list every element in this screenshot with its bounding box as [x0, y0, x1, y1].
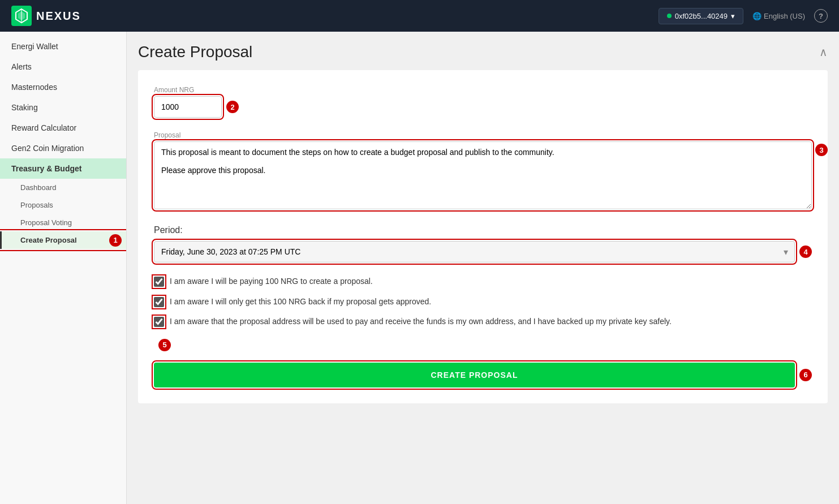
- sidebar-item-masternodes[interactable]: Masternodes: [0, 77, 126, 97]
- wallet-chevron-icon: ▾: [731, 12, 735, 20]
- sidebar-section-treasury[interactable]: Treasury & Budget: [0, 158, 126, 179]
- proposal-field-wrapper: Proposal This proposal is meant to docum…: [154, 131, 812, 212]
- sidebar-item-energi-wallet[interactable]: Energi Wallet: [0, 36, 126, 57]
- header: NEXUS 0xf02b5...40249 ▾ 🌐 English (US) ?: [0, 0, 839, 32]
- create-proposal-button[interactable]: CREATE PROPOSAL: [154, 363, 795, 387]
- amount-label: Amount NRG: [154, 86, 812, 94]
- sidebar: Energi Wallet Alerts Masternodes Staking…: [0, 32, 127, 504]
- sidebar-item-reward-calculator[interactable]: Reward Calculator: [0, 118, 126, 138]
- content-area: Create Proposal ∧ Amount NRG 2 Proposal …: [127, 32, 839, 504]
- proposal-textarea[interactable]: This proposal is meant to document the s…: [154, 141, 812, 209]
- sidebar-item-alerts[interactable]: Alerts: [0, 57, 126, 77]
- annotation-badge-4: 4: [799, 245, 812, 258]
- header-right: 0xf02b5...40249 ▾ 🌐 English (US) ?: [659, 8, 828, 24]
- sidebar-item-proposal-voting[interactable]: Proposal Voting: [0, 214, 126, 231]
- checkbox-1-label: I am aware I will be paying 100 NRG to c…: [170, 276, 373, 287]
- wallet-status-dot: [667, 14, 672, 18]
- checkbox-2-label: I am aware I will only get this 100 NRG …: [170, 296, 431, 308]
- checkbox-group: I am aware I will be paying 100 NRG to c…: [154, 276, 812, 351]
- annotation-badge-2: 2: [226, 101, 239, 113]
- checkbox-row-2: I am aware I will only get this 100 NRG …: [154, 296, 812, 308]
- annotation-badge-1: 1: [109, 234, 122, 247]
- form-card: Amount NRG 2 Proposal This proposal is m…: [138, 70, 828, 403]
- period-field-wrapper: Period: Friday, June 30, 2023 at 07:25 P…: [154, 225, 812, 262]
- language-label: English (US): [764, 12, 805, 20]
- sidebar-item-dashboard[interactable]: Dashboard: [0, 179, 126, 196]
- proposal-label: Proposal: [154, 131, 812, 139]
- checkbox-1[interactable]: [154, 277, 164, 287]
- collapse-button[interactable]: ∧: [819, 45, 828, 59]
- sidebar-item-staking[interactable]: Staking: [0, 97, 126, 118]
- sidebar-item-gen2-migration[interactable]: Gen2 Coin Migration: [0, 138, 126, 158]
- main-layout: Energi Wallet Alerts Masternodes Staking…: [0, 32, 839, 504]
- wallet-address: 0xf02b5...40249: [675, 12, 728, 20]
- checkbox-row-1: I am aware I will be paying 100 NRG to c…: [154, 276, 812, 287]
- amount-input[interactable]: [154, 96, 222, 118]
- help-icon: ?: [819, 12, 823, 20]
- wallet-button[interactable]: 0xf02b5...40249 ▾: [659, 8, 743, 24]
- help-button[interactable]: ?: [814, 9, 828, 23]
- logo-area: NEXUS: [11, 6, 81, 26]
- globe-icon: 🌐: [752, 12, 761, 20]
- nexus-logo-icon: [11, 6, 32, 26]
- sidebar-item-proposals[interactable]: Proposals: [0, 196, 126, 214]
- checkbox-3-label: I am aware that the proposal address wil…: [170, 316, 672, 328]
- checkbox-2[interactable]: [154, 297, 164, 307]
- checkbox-3[interactable]: [154, 317, 164, 327]
- period-label: Period:: [154, 225, 812, 235]
- page-title: Create Proposal: [138, 43, 252, 61]
- annotation-badge-3: 3: [815, 144, 828, 156]
- sidebar-item-create-proposal[interactable]: Create Proposal 1: [0, 231, 126, 249]
- language-selector[interactable]: 🌐 English (US): [752, 12, 805, 20]
- period-select[interactable]: Friday, June 30, 2023 at 07:25 PM UTC: [154, 241, 795, 262]
- checkbox-row-3: I am aware that the proposal address wil…: [154, 316, 812, 328]
- annotation-badge-6: 6: [799, 369, 812, 381]
- page-header: Create Proposal ∧: [138, 43, 828, 61]
- submit-wrapper: CREATE PROPOSAL 6: [154, 363, 812, 387]
- annotation-badge-5: 5: [158, 339, 171, 351]
- amount-field-wrapper: Amount NRG 2: [154, 86, 812, 118]
- logo-text: NEXUS: [36, 10, 81, 23]
